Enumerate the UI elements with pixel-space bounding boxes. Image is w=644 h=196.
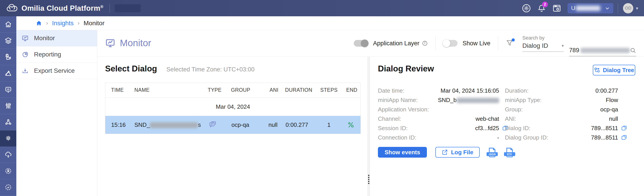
log-file-button[interactable]: Log File — [435, 147, 480, 158]
blocks-icon — [4, 53, 12, 61]
name-suffix: s — [198, 121, 201, 128]
omilia-cloud-logo-icon — [6, 4, 18, 13]
field-value: Mar 04, 2024 15:16:05 — [440, 87, 499, 94]
pie-chart-icon — [22, 51, 28, 58]
info-icon[interactable] — [422, 40, 428, 46]
registered-mark: ® — [100, 4, 104, 9]
content-header: Monitor Application Layer Show Live — [97, 30, 644, 56]
search-field-select[interactable]: Dialog ID ▾ — [522, 42, 564, 52]
show-events-button[interactable]: Show events — [378, 147, 427, 158]
field-value: 0:00.277 — [596, 87, 618, 94]
caret-down-icon[interactable]: ▾ — [636, 5, 638, 11]
tenant-name-redacted — [576, 5, 600, 11]
dialog-tree-button[interactable]: Dialog Tree — [593, 65, 635, 75]
layers-icon — [4, 37, 12, 44]
rail-item-designer[interactable] — [0, 65, 16, 81]
rail-item-layers[interactable] — [0, 33, 16, 49]
field-value: web-chat — [476, 115, 499, 122]
log-file-label: Log File — [451, 149, 474, 156]
breadcrumb-separator: › — [78, 20, 80, 26]
subnav-item-reporting[interactable]: Reporting — [16, 46, 97, 63]
topbar-divider — [618, 3, 618, 13]
breadcrumb-insights[interactable]: Insights — [52, 20, 74, 27]
table-row[interactable]: 15:16 SND_s ocp-qa null 0:00.277 1 — [105, 116, 360, 134]
end-status-icon — [347, 121, 354, 129]
breadcrumb: › Insights › Monitor — [16, 16, 644, 30]
topbar-right: 2 U OD ▾ — [522, 0, 644, 16]
rail-item-orchestrator[interactable] — [0, 114, 16, 130]
brand[interactable]: Omilia Cloud Platform® — [6, 4, 103, 13]
design-ruler-icon — [4, 69, 12, 77]
field-value: 789...8511 — [591, 125, 618, 132]
sliders-icon — [4, 102, 12, 110]
col-duration: DURATION — [284, 87, 318, 93]
voice-message-icon — [4, 86, 12, 93]
rail-item-miniapps[interactable] — [0, 49, 16, 65]
cell-group: ocp-qa — [226, 121, 260, 128]
subnav-item-export-service[interactable]: Export Service — [16, 63, 97, 79]
field-value: ocp-qa — [600, 106, 618, 113]
download-json-button[interactable]: JSON — [487, 147, 497, 158]
breadcrumb-monitor: Monitor — [84, 20, 104, 27]
field-value: Flow — [606, 97, 618, 104]
field-row: Connection ID: - Dialog Group ID: 789...… — [378, 133, 636, 142]
search-icon[interactable] — [630, 47, 636, 54]
settings-sun-icon[interactable] — [522, 4, 531, 13]
rail-item-cloud-services[interactable] — [0, 147, 16, 163]
subnav-label: Reporting — [34, 51, 61, 58]
filter-funnel-icon[interactable] — [506, 39, 514, 47]
field-label: Application Version: — [378, 106, 429, 113]
search-value-redacted — [580, 48, 630, 53]
show-live-toggle[interactable] — [443, 40, 458, 47]
field-label: Date time: — [378, 87, 404, 94]
search-by-group: Search by Dialog ID ▾ — [522, 35, 564, 52]
rail-item-voice[interactable] — [0, 81, 16, 98]
subnav-item-monitor[interactable]: Monitor — [16, 30, 97, 46]
col-ani: ANI — [260, 87, 284, 93]
col-end: END — [340, 87, 361, 93]
subnav-label: Monitor — [34, 35, 55, 42]
splitter-handle[interactable] — [368, 175, 370, 184]
chat-dialog-icon — [209, 120, 217, 128]
copy-icon[interactable] — [621, 134, 628, 141]
home-icon[interactable] — [36, 20, 42, 26]
rail-item-quality[interactable] — [0, 179, 16, 196]
col-group: GROUP — [226, 87, 260, 93]
col-time: TIME — [105, 87, 130, 93]
rail-item-tuning[interactable] — [0, 98, 16, 114]
rail-item-home[interactable] — [0, 16, 16, 33]
omilia-cloud-platform-app: Omilia Cloud Platform® 2 — [0, 0, 644, 196]
field-label: Session ID: — [378, 125, 408, 132]
application-layer-toggle[interactable] — [354, 40, 368, 47]
field-label: Dialog Group ID: — [505, 134, 548, 141]
topbar: Omilia Cloud Platform® 2 — [0, 0, 644, 16]
rail-item-admin[interactable] — [0, 163, 16, 179]
tenant-name-prefix: U — [571, 5, 575, 11]
download-rtf-button[interactable]: RTF — [505, 147, 514, 158]
select-dialog-title: Select Dialog — [105, 64, 157, 73]
field-label: ANI: — [505, 115, 516, 122]
search-input[interactable]: 789 — [569, 47, 636, 56]
dialog-review-title: Dialog Review — [378, 64, 434, 73]
rail-item-insights[interactable] — [0, 130, 16, 147]
date-group-row: Mar 04, 2024 — [105, 98, 360, 116]
field-label: Dialog ID: — [505, 125, 530, 132]
avatar[interactable]: OD — [623, 3, 633, 13]
page-title-text: Monitor — [120, 38, 151, 48]
home-icon — [4, 20, 12, 28]
app-window-gear-icon[interactable] — [552, 4, 561, 13]
field-value: 789...8511 — [591, 134, 618, 141]
cell-name: SND_s — [130, 121, 204, 128]
bell-icon[interactable]: 2 — [537, 4, 546, 13]
timezone-note: Selected Time Zone: UTC+03:00 — [166, 66, 254, 73]
tenant-selector[interactable]: U — [568, 3, 613, 13]
panel-splitter[interactable] — [368, 57, 370, 196]
copy-icon[interactable] — [621, 125, 628, 132]
search-value-prefix: 789 — [569, 47, 579, 54]
json-label: JSON — [486, 152, 498, 156]
field-label: miniApp Name: — [378, 97, 418, 104]
miniapp-name-redacted — [456, 98, 499, 103]
dialog-table: TIME NAME TYPE GROUP ANI DURATION STEPS … — [105, 83, 361, 134]
user-settings-icon — [4, 167, 12, 175]
name-prefix: SND_ — [134, 121, 150, 128]
